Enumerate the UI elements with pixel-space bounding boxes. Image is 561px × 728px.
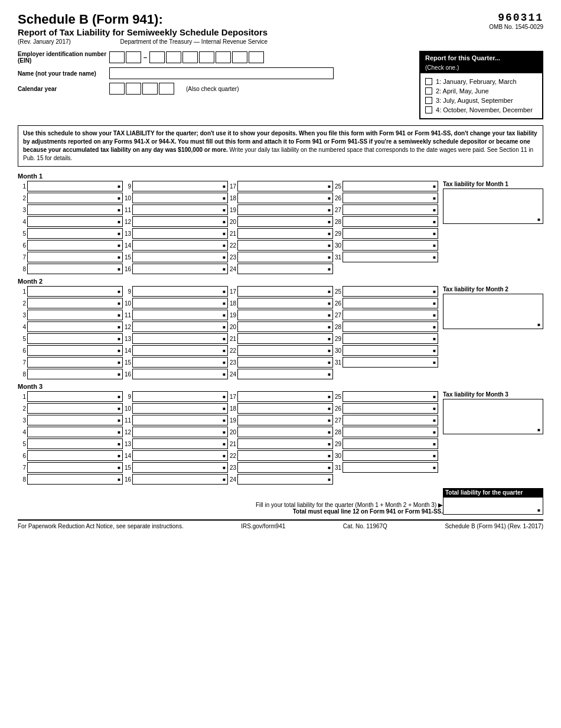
month3-day7-input[interactable]: ■ — [27, 462, 123, 473]
quarter-option-4[interactable]: 4: October, November, December — [425, 106, 537, 113]
month2-day19-input[interactable]: ■ — [237, 310, 333, 320]
month3-day25-input[interactable]: ■ — [343, 391, 438, 402]
month2-day4-input[interactable]: ■ — [27, 321, 123, 332]
month1-day11-input[interactable]: ■ — [132, 204, 228, 215]
quarter-checkbox-3[interactable] — [425, 97, 432, 104]
month1-day16-input[interactable]: ■ — [132, 264, 228, 274]
month1-day6-input[interactable]: ■ — [27, 240, 123, 251]
ein-box-1[interactable] — [109, 51, 125, 63]
month2-day10-input[interactable]: ■ — [132, 298, 228, 308]
month1-day19-input[interactable]: ■ — [237, 204, 333, 215]
month3-day16-input[interactable]: ■ — [132, 474, 228, 485]
month2-day16-input[interactable]: ■ — [132, 369, 228, 379]
month3-day19-input[interactable]: ■ — [237, 415, 333, 425]
month3-day5-input[interactable]: ■ — [27, 438, 123, 449]
month3-day30-input[interactable]: ■ — [343, 450, 438, 461]
quarter-checkbox-4[interactable] — [425, 106, 432, 113]
ein-box-3[interactable] — [149, 51, 165, 63]
month3-day18-input[interactable]: ■ — [237, 403, 333, 414]
month1-day13-input[interactable]: ■ — [132, 228, 228, 239]
month3-day20-input[interactable]: ■ — [237, 427, 333, 437]
month2-day11-input[interactable]: ■ — [132, 310, 228, 320]
month3-day13-input[interactable]: ■ — [132, 438, 228, 449]
month3-day12-input[interactable]: ■ — [132, 427, 228, 437]
month3-day28-input[interactable]: ■ — [343, 427, 438, 437]
month1-day10-input[interactable]: ■ — [132, 193, 228, 203]
quarter-option-1[interactable]: 1: January, February, March — [425, 78, 537, 85]
month2-day30-input[interactable]: ■ — [343, 345, 438, 356]
month2-day12-input[interactable]: ■ — [132, 321, 228, 332]
month2-day3-input[interactable]: ■ — [27, 310, 123, 320]
month1-day26-input[interactable]: ■ — [343, 193, 438, 203]
quarter-checkbox-1[interactable] — [425, 78, 432, 85]
month2-day20-input[interactable]: ■ — [237, 321, 333, 332]
month1-day7-input[interactable]: ■ — [27, 252, 123, 262]
month1-day4-input[interactable]: ■ — [27, 216, 123, 227]
month2-day6-input[interactable]: ■ — [27, 345, 123, 356]
month2-day13-input[interactable]: ■ — [132, 333, 228, 344]
name-input[interactable] — [109, 67, 334, 79]
ein-box-7[interactable] — [216, 51, 231, 63]
month2-day27-input[interactable]: ■ — [343, 310, 438, 320]
month1-day25-input[interactable]: ■ — [343, 181, 438, 191]
month1-day20-input[interactable]: ■ — [237, 216, 333, 227]
liability-input-2[interactable]: ■ — [443, 294, 543, 329]
month3-day29-input[interactable]: ■ — [343, 438, 438, 449]
month2-day21-input[interactable]: ■ — [237, 333, 333, 344]
month2-day26-input[interactable]: ■ — [343, 298, 438, 308]
month2-day7-input[interactable]: ■ — [27, 357, 123, 368]
month2-day22-input[interactable]: ■ — [237, 345, 333, 356]
month1-day28-input[interactable]: ■ — [343, 216, 438, 227]
month3-day22-input[interactable]: ■ — [237, 450, 333, 461]
cal-box-2[interactable] — [126, 83, 141, 95]
month3-day2-input[interactable]: ■ — [27, 403, 123, 414]
month2-day1-input[interactable]: ■ — [27, 286, 123, 297]
month3-day21-input[interactable]: ■ — [237, 438, 333, 449]
liability-input-3[interactable]: ■ — [443, 399, 543, 434]
ein-box-9[interactable] — [249, 51, 264, 63]
month2-day14-input[interactable]: ■ — [132, 345, 228, 356]
month2-day17-input[interactable]: ■ — [237, 286, 333, 297]
month2-day9-input[interactable]: ■ — [132, 286, 228, 297]
month3-day10-input[interactable]: ■ — [132, 403, 228, 414]
ein-input-group[interactable]: – — [109, 51, 264, 63]
month1-day27-input[interactable]: ■ — [343, 204, 438, 215]
month1-day14-input[interactable]: ■ — [132, 240, 228, 251]
month2-day8-input[interactable]: ■ — [27, 369, 123, 379]
month3-day17-input[interactable]: ■ — [237, 391, 333, 402]
month3-day27-input[interactable]: ■ — [343, 415, 438, 425]
month2-day15-input[interactable]: ■ — [132, 357, 228, 368]
liability-input-1[interactable]: ■ — [443, 188, 543, 224]
quarter-checkbox-2[interactable] — [425, 87, 432, 95]
month1-day1-input[interactable]: ■ — [27, 181, 123, 191]
month1-day30-input[interactable]: ■ — [343, 240, 438, 251]
month3-day9-input[interactable]: ■ — [132, 391, 228, 402]
month1-day22-input[interactable]: ■ — [237, 240, 333, 251]
month2-day23-input[interactable]: ■ — [237, 357, 333, 368]
month3-day6-input[interactable]: ■ — [27, 450, 123, 461]
cal-box-3[interactable] — [142, 83, 158, 95]
total-box-input[interactable]: ■ — [443, 497, 543, 515]
month2-day18-input[interactable]: ■ — [237, 298, 333, 308]
ein-box-4[interactable] — [166, 51, 181, 63]
month1-day2-input[interactable]: ■ — [27, 193, 123, 203]
month2-day2-input[interactable]: ■ — [27, 298, 123, 308]
ein-box-5[interactable] — [182, 51, 198, 63]
ein-box-2[interactable] — [126, 51, 141, 63]
quarter-option-2[interactable]: 2: April, May, June — [425, 87, 537, 95]
month1-day17-input[interactable]: ■ — [237, 181, 333, 191]
month3-day15-input[interactable]: ■ — [132, 462, 228, 473]
month3-day1-input[interactable]: ■ — [27, 391, 123, 402]
month1-day8-input[interactable]: ■ — [27, 264, 123, 274]
month3-day26-input[interactable]: ■ — [343, 403, 438, 414]
quarter-option-3[interactable]: 3: July, August, September — [425, 97, 537, 104]
month1-day21-input[interactable]: ■ — [237, 228, 333, 239]
month1-day5-input[interactable]: ■ — [27, 228, 123, 239]
month3-day4-input[interactable]: ■ — [27, 427, 123, 437]
month2-day25-input[interactable]: ■ — [343, 286, 438, 297]
month1-day29-input[interactable]: ■ — [343, 228, 438, 239]
month1-day3-input[interactable]: ■ — [27, 204, 123, 215]
month3-day11-input[interactable]: ■ — [132, 415, 228, 425]
month1-day23-input[interactable]: ■ — [237, 252, 333, 262]
month2-day29-input[interactable]: ■ — [343, 333, 438, 344]
